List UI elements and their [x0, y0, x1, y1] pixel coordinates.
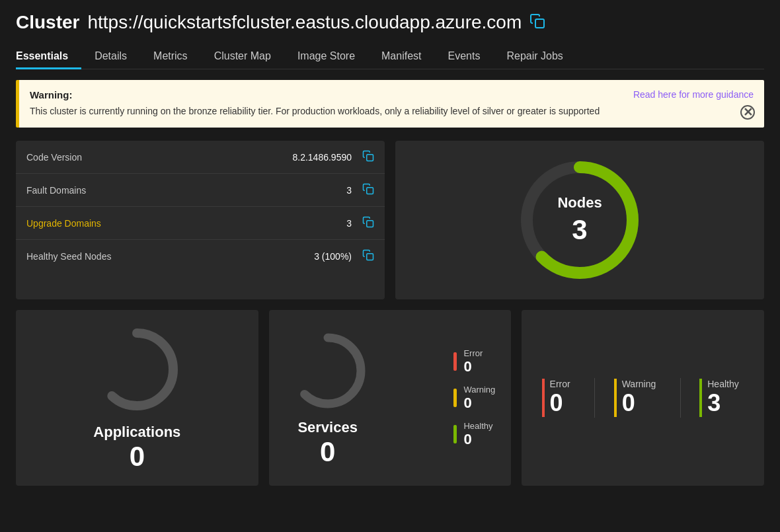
- tab-manifest[interactable]: Manifest: [368, 44, 434, 69]
- copy-code-version-icon[interactable]: [362, 150, 374, 164]
- upgrade-domains-value: 3: [346, 218, 352, 229]
- nodes-error-stat: Error 0: [542, 379, 576, 417]
- nodes-label: Nodes: [557, 194, 602, 211]
- nodes-count: 3: [557, 214, 602, 246]
- services-error-label: Error: [463, 348, 483, 358]
- services-healthy-row: Healthy 0: [453, 421, 495, 448]
- nodes-healthy-stat: Healthy 3: [699, 379, 744, 417]
- copy-healthy-seed-nodes-icon[interactable]: [362, 249, 374, 263]
- tab-essentials[interactable]: Essentials: [16, 44, 81, 69]
- tab-events[interactable]: Events: [435, 44, 494, 69]
- warning-guidance-link[interactable]: Read here for more guidance: [633, 89, 754, 100]
- services-left: Services 0: [285, 328, 371, 468]
- warning-banner-header: Warning: Read here for more guidance: [30, 89, 754, 100]
- nodes-divider-1: [594, 378, 595, 418]
- nodes-donut-text: Nodes 3: [557, 194, 602, 246]
- services-donut-container: [285, 328, 371, 414]
- copy-fault-domains-icon[interactable]: [362, 183, 374, 197]
- svg-rect-4: [367, 254, 373, 260]
- nodes-divider-2: [680, 378, 681, 418]
- nodes-error-label: Error: [550, 379, 570, 389]
- info-row-healthy-seed-nodes: Healthy Seed Nodes 3 (100%): [16, 240, 385, 272]
- services-warning-row: Warning 0: [453, 385, 495, 412]
- services-stats: Error 0 Warning 0 Healthy 0: [453, 348, 495, 448]
- code-version-value-row: 8.2.1486.9590: [292, 150, 374, 164]
- applications-donut-container: [91, 323, 183, 416]
- nodes-bottom-panel: Error 0 Warning 0 Healthy 3: [522, 310, 764, 486]
- nodes-warning-stat: Warning 0: [614, 379, 662, 417]
- applications-donut-svg: [91, 323, 183, 416]
- applications-count: 0: [130, 441, 145, 473]
- info-row-upgrade-domains: Upgrade Domains 3: [16, 207, 385, 240]
- services-error-info: Error 0: [463, 348, 483, 375]
- tab-details[interactable]: Details: [81, 44, 140, 69]
- cluster-title-row: Cluster https://quickstartsfcluster.east…: [16, 12, 764, 33]
- code-version-value: 8.2.1486.9590: [292, 152, 352, 163]
- info-row-code-version: Code Version 8.2.1486.9590: [16, 141, 385, 174]
- tab-image-store[interactable]: Image Store: [284, 44, 368, 69]
- tab-repair-jobs[interactable]: Repair Jobs: [493, 44, 576, 69]
- services-count: 0: [320, 436, 335, 468]
- svg-rect-3: [367, 221, 373, 227]
- nodes-healthy-label: Healthy: [707, 379, 738, 389]
- upgrade-domains-value-row: 3: [346, 216, 374, 230]
- services-healthy-info: Healthy 0: [463, 421, 492, 448]
- warning-banner: Warning: Read here for more guidance Thi…: [16, 80, 764, 128]
- fault-domains-value-row: 3: [346, 183, 374, 197]
- services-error-value: 0: [463, 358, 483, 375]
- warning-label: Warning:: [30, 89, 72, 100]
- services-panel: Services 0 Error 0 Warning 0: [269, 310, 512, 486]
- warning-close-button[interactable]: ✕: [740, 105, 755, 120]
- services-donut-svg: [285, 328, 371, 414]
- services-label: Services: [297, 419, 358, 436]
- nav-tabs: Essentials Details Metrics Cluster Map I…: [16, 44, 764, 69]
- code-version-label: Code Version: [26, 152, 82, 163]
- tab-metrics[interactable]: Metrics: [140, 44, 201, 69]
- cluster-label: Cluster: [16, 12, 79, 33]
- svg-rect-2: [367, 188, 373, 194]
- upgrade-domains-label: Upgrade Domains: [26, 218, 101, 229]
- warning-text: This cluster is currently running on the…: [30, 104, 754, 118]
- fault-domains-label: Fault Domains: [26, 185, 86, 196]
- header: Cluster https://quickstartsfcluster.east…: [0, 0, 780, 69]
- nodes-panel: Nodes 3: [395, 141, 764, 299]
- services-warning-value: 0: [463, 395, 495, 412]
- applications-label: Applications: [93, 424, 180, 441]
- copy-url-icon[interactable]: [529, 13, 545, 32]
- fault-domains-value: 3: [346, 185, 352, 196]
- bottom-grid: Applications 0 Services 0 Error: [16, 310, 764, 486]
- info-row-fault-domains: Fault Domains 3: [16, 174, 385, 207]
- services-error-bar: [453, 352, 457, 371]
- nodes-warning-value: 0: [622, 389, 635, 417]
- main-content: Warning: Read here for more guidance Thi…: [0, 69, 780, 496]
- services-error-row: Error 0: [453, 348, 495, 375]
- services-warning-bar: [453, 389, 457, 407]
- info-panel: Code Version 8.2.1486.9590 Fault Domains…: [16, 141, 385, 299]
- healthy-seed-nodes-value-row: 3 (100%): [314, 249, 374, 263]
- tab-cluster-map[interactable]: Cluster Map: [201, 44, 284, 69]
- svg-point-7: [100, 333, 173, 406]
- cluster-url: https://quickstartsfcluster.eastus.cloud…: [87, 12, 522, 33]
- healthy-seed-nodes-value: 3 (100%): [314, 251, 352, 262]
- nodes-healthy-value: 3: [707, 389, 721, 417]
- svg-rect-1: [367, 155, 373, 161]
- copy-upgrade-domains-icon[interactable]: [362, 216, 374, 230]
- applications-panel: Applications 0: [16, 310, 258, 486]
- services-warning-info: Warning 0: [463, 385, 495, 412]
- svg-point-8: [295, 338, 361, 404]
- services-warning-label: Warning: [463, 385, 495, 395]
- services-healthy-value: 0: [463, 431, 492, 448]
- nodes-warning-label: Warning: [622, 379, 656, 389]
- info-grid: Code Version 8.2.1486.9590 Fault Domains…: [16, 141, 764, 299]
- services-healthy-label: Healthy: [463, 421, 492, 431]
- nodes-donut-container: Nodes 3: [514, 154, 646, 286]
- healthy-seed-nodes-label: Healthy Seed Nodes: [26, 251, 111, 262]
- svg-rect-0: [535, 19, 544, 28]
- services-healthy-bar: [453, 425, 457, 443]
- nodes-error-value: 0: [550, 389, 563, 417]
